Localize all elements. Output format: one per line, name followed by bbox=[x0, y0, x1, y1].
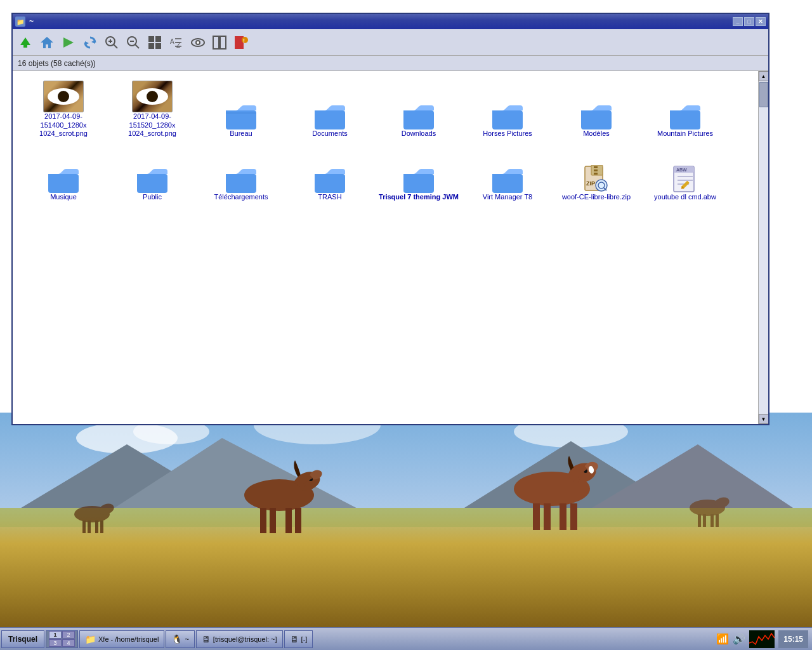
list-item[interactable]: Téléchargements bbox=[197, 141, 285, 204]
list-item[interactable]: Modèles bbox=[552, 77, 641, 141]
svg-rect-10 bbox=[0, 508, 812, 527]
svg-rect-15 bbox=[260, 508, 266, 533]
list-item[interactable]: ABW youtube dl cmd.abw bbox=[641, 141, 730, 204]
list-item[interactable]: 2017-04-09-151520_1280x1024_scrot.png bbox=[108, 77, 197, 141]
taskbar-task-terminal1[interactable]: 🖥 [trisquel@trisquel: ~] bbox=[196, 630, 283, 648]
list-item[interactable]: Mountain Pictures bbox=[641, 77, 730, 141]
file-label: Downloads bbox=[402, 129, 436, 138]
taskbar-task-terminal2[interactable]: 🖥 [-] bbox=[284, 630, 313, 648]
svg-marker-45 bbox=[85, 41, 89, 45]
bookmarks-button[interactable]: ! bbox=[231, 32, 251, 53]
svg-line-49 bbox=[114, 44, 117, 48]
svg-rect-30 bbox=[82, 521, 86, 533]
workspace-2[interactable]: 2 bbox=[62, 631, 75, 639]
folder-icon bbox=[492, 104, 523, 129]
file-label: Mountain Pictures bbox=[657, 129, 713, 138]
folder-icon bbox=[226, 104, 256, 129]
task-label: [trisquel@trisquel: ~] bbox=[213, 635, 277, 643]
start-button[interactable]: Trisquel bbox=[1, 630, 44, 648]
svg-text:!: ! bbox=[243, 37, 245, 44]
svg-rect-18 bbox=[295, 508, 301, 533]
go-home-button[interactable] bbox=[37, 32, 57, 53]
taskbar: Trisquel 1 2 3 4 📁 Xfe - /home/trisquel … bbox=[0, 627, 812, 650]
file-manager-window: 📁 ~ _ □ ✕ bbox=[11, 13, 769, 425]
svg-rect-24 bbox=[533, 503, 540, 530]
list-item[interactable]: Public bbox=[108, 141, 197, 204]
taskbar-task-tilde[interactable]: 🐧 ~ bbox=[166, 630, 194, 648]
vertical-scrollbar[interactable]: ▲ ▼ bbox=[758, 71, 768, 424]
zoom-in-button[interactable] bbox=[102, 32, 122, 53]
sort-button[interactable]: A Z bbox=[166, 32, 187, 53]
file-area: 2017-04-09-151400_1280x1024_scrot.png 20… bbox=[13, 71, 758, 424]
refresh-button[interactable] bbox=[80, 32, 100, 53]
system-clock: 15:15 bbox=[778, 630, 808, 648]
folder-icon bbox=[315, 168, 345, 193]
svg-text:ABW: ABW bbox=[676, 168, 687, 172]
list-item[interactable]: Horses Pictures bbox=[463, 77, 552, 141]
folder-icon bbox=[492, 168, 523, 193]
folder-icon bbox=[137, 168, 167, 193]
system-tray: 📶 🔊 15:15 bbox=[716, 630, 811, 648]
icon-view-button[interactable] bbox=[145, 32, 165, 53]
toolbar: A Z bbox=[13, 29, 768, 56]
list-item[interactable]: Trisquel 7 theming JWM bbox=[374, 141, 463, 204]
list-item[interactable]: Musique bbox=[19, 141, 108, 204]
svg-rect-36 bbox=[698, 514, 701, 527]
trisquel-icon: 🐧 bbox=[171, 634, 182, 644]
status-bar: 16 objets (58 caché(s)) bbox=[13, 56, 768, 71]
svg-rect-54 bbox=[155, 36, 161, 42]
svg-rect-31 bbox=[88, 521, 91, 533]
maximize-button[interactable]: □ bbox=[744, 17, 754, 26]
svg-rect-17 bbox=[285, 508, 292, 533]
show-hidden-button[interactable] bbox=[188, 32, 208, 53]
svg-text:A: A bbox=[170, 38, 174, 45]
workspace-1[interactable]: 1 bbox=[49, 631, 62, 639]
scroll-down-arrow[interactable]: ▼ bbox=[759, 414, 769, 424]
scroll-track[interactable] bbox=[759, 81, 769, 414]
window-title: ~ bbox=[29, 17, 733, 26]
workspace-4[interactable]: 4 bbox=[62, 639, 75, 647]
svg-rect-26 bbox=[560, 503, 566, 530]
svg-rect-16 bbox=[270, 508, 276, 533]
svg-marker-43 bbox=[63, 37, 74, 48]
task-label: [-] bbox=[301, 635, 308, 643]
network-icon: 📶 bbox=[716, 633, 729, 645]
folder-icon bbox=[670, 104, 700, 129]
svg-rect-32 bbox=[95, 521, 98, 533]
network-graph bbox=[749, 630, 775, 648]
list-item[interactable]: Downloads bbox=[374, 77, 463, 141]
svg-rect-66 bbox=[220, 36, 226, 49]
svg-rect-33 bbox=[100, 521, 103, 533]
task-label: Xfe - /home/trisquel bbox=[98, 635, 159, 643]
list-item[interactable]: ZIP woof-CE-libre-libre.zip bbox=[552, 141, 641, 204]
workspace-switcher[interactable]: 1 2 3 4 bbox=[46, 630, 78, 648]
svg-rect-41 bbox=[23, 44, 27, 48]
svg-rect-65 bbox=[213, 36, 219, 49]
list-item[interactable]: Virt Manager T8 bbox=[463, 141, 552, 204]
taskbar-task-xfe[interactable]: 📁 Xfe - /home/trisquel bbox=[79, 630, 164, 648]
file-label: Bureau bbox=[230, 129, 252, 138]
svg-marker-44 bbox=[91, 40, 95, 44]
go-forward-button[interactable] bbox=[58, 32, 79, 53]
scroll-thumb[interactable] bbox=[759, 82, 768, 107]
svg-rect-37 bbox=[703, 514, 706, 527]
go-up-button[interactable] bbox=[15, 32, 36, 53]
list-item[interactable]: 2017-04-09-151400_1280x1024_scrot.png bbox=[19, 77, 108, 141]
list-item[interactable]: TRASH bbox=[285, 141, 374, 204]
close-button[interactable]: ✕ bbox=[756, 17, 766, 26]
svg-rect-27 bbox=[570, 503, 577, 530]
minimize-button[interactable]: _ bbox=[733, 17, 743, 26]
workspace-3[interactable]: 3 bbox=[49, 639, 62, 647]
list-item[interactable]: Bureau bbox=[197, 77, 285, 141]
thumbnail-2 bbox=[132, 81, 173, 112]
list-item[interactable]: Documents bbox=[285, 77, 374, 141]
svg-rect-25 bbox=[544, 503, 551, 530]
folder-icon bbox=[581, 104, 612, 129]
scroll-up-arrow[interactable]: ▲ bbox=[759, 71, 769, 81]
zoom-out-button[interactable] bbox=[123, 32, 143, 53]
zip-file-icon: ZIP bbox=[582, 165, 610, 193]
split-view-button[interactable] bbox=[209, 32, 230, 53]
svg-rect-74 bbox=[594, 173, 598, 175]
svg-rect-72 bbox=[594, 166, 598, 168]
file-label: Modèles bbox=[583, 129, 610, 138]
